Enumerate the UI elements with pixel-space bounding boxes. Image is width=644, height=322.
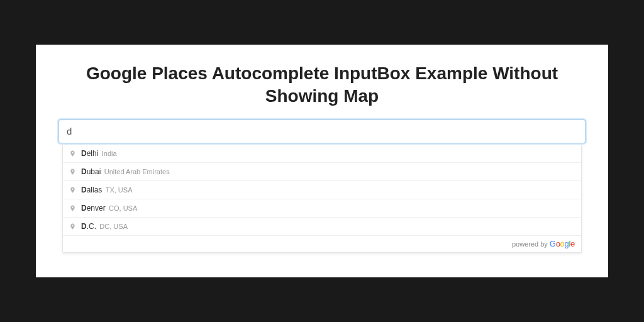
page-title: Google Places Autocomplete InputBox Exam… [58,62,586,108]
suggestion-match: D [81,222,87,231]
map-pin-icon [69,186,76,194]
suggestion-match: D [81,204,87,213]
suggestion-item[interactable]: Dubai United Arab Emirates [63,162,581,180]
suggestion-match: D [81,149,87,158]
suggestion-item[interactable]: D.C. DC, USA [63,217,581,235]
suggestion-secondary: CO, USA [109,204,137,212]
suggestion-item[interactable]: Delhi India [63,145,581,162]
suggestion-secondary: United Arab Emirates [104,168,170,175]
suggestion-text: Delhi India [81,149,117,158]
suggestion-rest: .C. [87,222,96,231]
suggestion-text: D.C. DC, USA [81,222,128,231]
suggestion-rest: enver [87,204,106,213]
suggestion-match: D [81,167,87,176]
suggestion-secondary: India [102,150,117,157]
suggestion-text: Dubai United Arab Emirates [81,167,170,176]
places-search-input[interactable] [58,119,586,143]
suggestion-item[interactable]: Denver CO, USA [63,199,581,217]
suggestion-secondary: TX, USA [106,186,133,194]
suggestion-item[interactable]: Dallas TX, USA [63,180,581,199]
suggestion-rest: ubai [87,167,101,176]
suggestion-rest: allas [87,186,103,194]
attribution-row: powered by Google [63,235,581,252]
suggestion-rest: elhi [87,149,99,158]
map-pin-icon [69,204,76,213]
map-pin-icon [69,149,76,158]
google-logo: Google [550,239,575,248]
suggestion-match: D [81,186,87,194]
content-panel: Google Places Autocomplete InputBox Exam… [36,45,608,277]
autocomplete-dropdown: Delhi India Dubai United Arab Emirates D… [62,145,582,253]
suggestion-secondary: DC, USA [99,223,128,230]
map-pin-icon [69,167,76,176]
suggestion-text: Denver CO, USA [81,204,137,213]
map-pin-icon [69,222,76,231]
suggestion-text: Dallas TX, USA [81,186,133,194]
attribution-prefix: powered by [512,240,550,248]
